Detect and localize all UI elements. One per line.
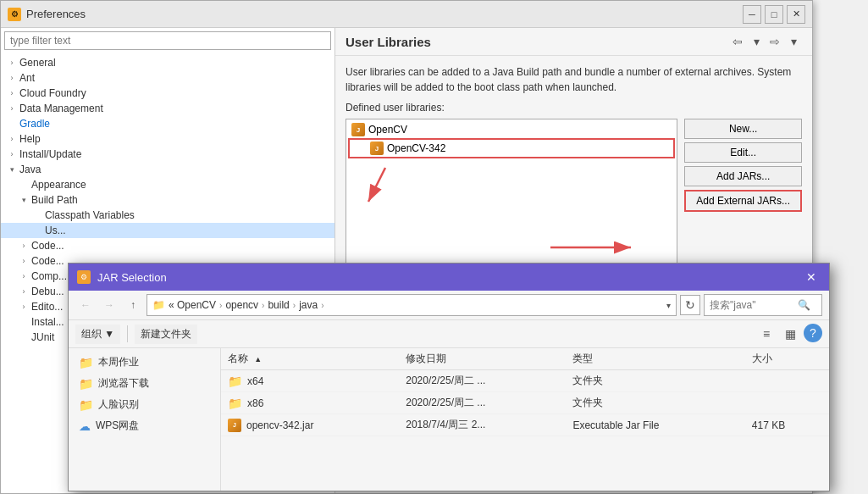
- jar-folder-face-recog[interactable]: 📁 人脸识别: [69, 394, 220, 415]
- arrow-ant: [8, 74, 16, 82]
- opencv-child-label: OpenCV-342: [387, 142, 445, 154]
- file-size-x86: [745, 392, 829, 414]
- arrow-debu: [19, 287, 28, 296]
- jar-folder-weekly-hw[interactable]: 📁 本周作业: [69, 352, 220, 373]
- organize-button[interactable]: 组织 ▼: [75, 325, 120, 344]
- view-detail-button[interactable]: ▦: [780, 324, 800, 344]
- jar-close-button[interactable]: ✕: [802, 268, 821, 286]
- tree-label-general: General: [19, 57, 56, 69]
- toolbar-help-button[interactable]: ?: [804, 324, 822, 342]
- tree-item-code1[interactable]: Code...: [1, 238, 334, 253]
- edit-button[interactable]: Edit...: [684, 142, 802, 163]
- organize-label: 组织 ▼: [81, 327, 114, 341]
- arrow-code2: [19, 257, 28, 265]
- nav-back-dropdown[interactable]: ▾: [748, 33, 765, 50]
- buttons-area: New... Edit... Add JARs... Add External …: [684, 119, 802, 271]
- col-modified[interactable]: 修改日期: [399, 348, 566, 370]
- table-row[interactable]: Jopencv-342.jar 2018/7/4/周三 2... Executa…: [221, 414, 829, 436]
- path-dropdown-button[interactable]: ▾: [666, 301, 671, 310]
- library-area: J OpenCV J OpenCV-342 New... Edit... Add…: [346, 119, 802, 271]
- opencv-parent-item[interactable]: J OpenCV: [348, 121, 675, 138]
- arrow-cloud-foundry: [8, 89, 16, 97]
- tree-label-help: Help: [19, 133, 41, 145]
- tree-label-appearance: Appearance: [31, 179, 86, 191]
- jar-file-icon-opencv: J: [228, 419, 241, 432]
- nav-forward-dropdown[interactable]: ▾: [785, 33, 802, 50]
- nav-back-button[interactable]: ⇦: [729, 33, 746, 50]
- preferences-title-bar: ⚙ Preferences ─ □ ✕: [1, 1, 812, 28]
- library-list[interactable]: J OpenCV J OpenCV-342: [346, 119, 677, 271]
- defined-label: Defined user libraries:: [346, 102, 802, 114]
- tree-item-cloud-foundry[interactable]: Cloud Foundry: [1, 86, 334, 101]
- folder-icon-face-recog: 📁: [79, 398, 93, 412]
- arrow-general: [8, 58, 16, 67]
- tree-label-edito: Edito...: [31, 301, 63, 313]
- tree-item-build-path[interactable]: Build Path: [1, 192, 334, 208]
- folder-label-wps-cloud: WPS网盘: [96, 419, 139, 433]
- tree-item-gradle[interactable]: Gradle: [1, 116, 334, 131]
- tree-label-debu: Debu...: [31, 286, 64, 297]
- tree-label-comp: Comp...: [31, 270, 67, 282]
- opencv-child-item[interactable]: J OpenCV-342: [348, 138, 675, 158]
- tree-label-instal: Instal...: [31, 316, 64, 328]
- toolbar-separator: [127, 325, 128, 342]
- tree-item-java[interactable]: Java: [1, 162, 334, 177]
- jar-folder-browser-dl[interactable]: 📁 浏览器下载: [69, 373, 220, 394]
- tree-item-install-update[interactable]: Install/Update: [1, 147, 334, 162]
- tree-item-ant[interactable]: Ant: [1, 70, 334, 86]
- new-folder-label: 新建文件夹: [141, 327, 191, 341]
- file-type-x64: 文件夹: [566, 370, 744, 392]
- folder-label-browser-dl: 浏览器下载: [98, 376, 149, 391]
- arrow-edito: [19, 303, 28, 311]
- tree-item-help[interactable]: Help: [1, 131, 334, 147]
- table-row[interactable]: 📁x86 2020/2/25/周二 ... 文件夹: [221, 392, 829, 414]
- file-modified-x64: 2020/2/25/周二 ...: [399, 370, 566, 392]
- address-path: 📁 « OpenCV › opencv › build › java › ▾: [147, 294, 677, 316]
- arrow-build-path: [19, 196, 28, 204]
- table-row[interactable]: 📁x64 2020/2/25/周二 ... 文件夹: [221, 370, 829, 392]
- back-button[interactable]: ←: [75, 295, 96, 315]
- folder-label-face-recog: 人脸识别: [98, 397, 139, 412]
- new-button[interactable]: New...: [684, 119, 802, 139]
- arrow-code1: [19, 241, 28, 250]
- maximize-button[interactable]: □: [765, 5, 783, 24]
- col-size[interactable]: 大小: [745, 348, 829, 370]
- tree-label-install-update: Install/Update: [19, 148, 81, 160]
- tree-item-user-libraries[interactable]: Us...: [1, 223, 334, 238]
- folder-icon-weekly-hw: 📁: [79, 356, 93, 369]
- close-button[interactable]: ✕: [787, 5, 805, 24]
- jar-folder-wps-cloud[interactable]: ☁ WPS网盘: [69, 415, 220, 436]
- filter-input[interactable]: [4, 31, 331, 50]
- description-text: User libraries can be added to a Java Bu…: [346, 64, 802, 95]
- forward-button[interactable]: →: [99, 295, 119, 315]
- add-ext-jars-button[interactable]: Add External JARs...: [684, 190, 802, 212]
- path-arrow-2: ›: [262, 301, 264, 310]
- file-type-opencv-jar: Executable Jar File: [566, 414, 744, 436]
- tree-item-classpath-variables[interactable]: Classpath Variables: [1, 208, 334, 223]
- jar-selection-dialog: ⚙ JAR Selection ✕ ← → ↑ 📁 « OpenCV › ope…: [68, 263, 830, 491]
- search-submit-button[interactable]: 🔍: [798, 299, 810, 311]
- nav-forward-button[interactable]: ⇨: [766, 33, 783, 50]
- up-button[interactable]: ↑: [123, 295, 143, 315]
- minimize-button[interactable]: ─: [743, 5, 761, 24]
- add-jars-button[interactable]: Add JARs...: [684, 166, 802, 186]
- view-list-button[interactable]: ≡: [756, 324, 777, 344]
- new-folder-button[interactable]: 新建文件夹: [135, 325, 197, 344]
- search-input[interactable]: [710, 299, 794, 311]
- path-segment-3: build: [268, 299, 289, 311]
- tree-item-data-management[interactable]: Data Management: [1, 101, 334, 116]
- tree-label-data-management: Data Management: [19, 103, 103, 114]
- tree-label-gradle: Gradle: [19, 118, 50, 130]
- tree-item-general[interactable]: General: [1, 55, 334, 70]
- col-type[interactable]: 类型: [566, 348, 744, 370]
- tree-item-appearance[interactable]: Appearance: [1, 177, 334, 192]
- preferences-icon: ⚙: [8, 8, 21, 21]
- file-folder-icon-x64: 📁: [228, 375, 242, 388]
- path-arrow-1: ›: [219, 301, 222, 310]
- file-name-x86: x86: [247, 397, 263, 409]
- address-bar: ← → ↑ 📁 « OpenCV › opencv › build › java…: [69, 291, 829, 320]
- col-name[interactable]: 名称 ▲: [221, 348, 399, 370]
- right-title: User Libraries: [346, 35, 431, 49]
- file-modified-x86: 2020/2/25/周二 ...: [399, 392, 566, 414]
- refresh-button[interactable]: ↻: [680, 295, 700, 315]
